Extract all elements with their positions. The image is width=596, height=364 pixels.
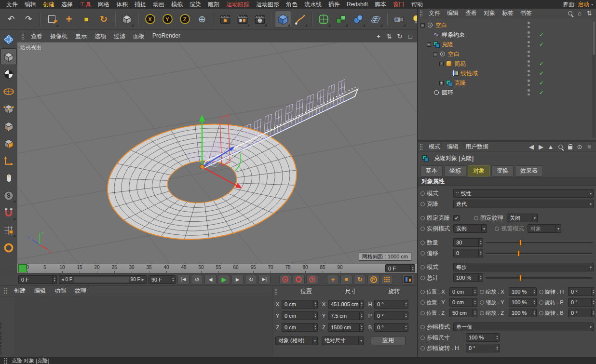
visibility-dots-icon[interactable]: [528, 31, 530, 38]
object-row[interactable]: -线性域✓: [418, 68, 596, 78]
rotate-button[interactable]: ↻: [95, 11, 112, 28]
spinner-arrows[interactable]: [313, 300, 317, 308]
keyframe-dot-icon[interactable]: [420, 311, 425, 315]
next-frame-button[interactable]: ▶: [231, 275, 244, 284]
menubar-item[interactable]: Redshift: [343, 0, 371, 9]
lock-button[interactable]: [567, 144, 573, 150]
redo-button[interactable]: ↷: [20, 11, 37, 28]
keyframe-dot-icon[interactable]: [480, 311, 484, 315]
toggle-view-button[interactable]: □: [406, 31, 415, 41]
enabled-check-icon[interactable]: ✓: [539, 41, 544, 48]
spinner-arrows[interactable]: [171, 276, 175, 283]
menubar-item[interactable]: 脚本: [371, 0, 390, 9]
value-field[interactable]: 100 %: [509, 309, 537, 317]
spinner-arrows[interactable]: [359, 324, 364, 331]
dropdown[interactable]: 关闭▾: [507, 214, 538, 222]
material-menu-item[interactable]: 纹理: [70, 287, 91, 295]
dropdown[interactable]: 对象▾: [528, 224, 561, 233]
current-frame-field[interactable]: 0 F: [18, 275, 57, 284]
value-field[interactable]: 0 °: [568, 298, 595, 307]
slider[interactable]: [486, 274, 593, 282]
dolly-view-button[interactable]: ⇅: [384, 31, 394, 41]
slider-knob[interactable]: [517, 250, 520, 256]
prev-frame-button[interactable]: ◀: [204, 275, 217, 284]
attribute-tab[interactable]: 效果器: [515, 165, 543, 176]
slider-knob[interactable]: [519, 240, 522, 246]
interface-selector[interactable]: 界面: 启动 ▾: [563, 0, 593, 9]
goto-start-button[interactable]: |◀: [177, 275, 190, 284]
snap-button[interactable]: S: [0, 187, 17, 204]
material-menu-item[interactable]: 编辑: [30, 287, 50, 295]
autokey-button[interactable]: [293, 275, 305, 284]
coords-value-field[interactable]: 0 cm: [282, 311, 318, 320]
menubar-item[interactable]: 窗口: [390, 0, 408, 9]
menubar-item[interactable]: 体积: [113, 0, 131, 9]
material-list-area[interactable]: [14, 297, 272, 357]
viewport-menu-item[interactable]: ProRender: [149, 32, 184, 40]
enabled-check-icon[interactable]: ✓: [539, 89, 544, 96]
move-button[interactable]: +: [61, 11, 77, 28]
range-end-label[interactable]: 90 F: [131, 277, 140, 282]
menubar-item[interactable]: 编辑: [21, 0, 40, 9]
polygons-mode-button[interactable]: [0, 135, 17, 152]
expand-toggle[interactable]: -: [439, 62, 444, 66]
value-field[interactable]: 30: [453, 238, 483, 247]
texture-mode-button[interactable]: [0, 66, 17, 82]
spinner-arrows[interactable]: [591, 309, 595, 317]
visibility-dots-icon[interactable]: [528, 89, 530, 95]
keyframe-dot-icon[interactable]: [420, 325, 425, 329]
spinner-arrows[interactable]: [591, 288, 595, 296]
spinner-arrows[interactable]: [404, 312, 408, 320]
object-manager-menu-item[interactable]: 查看: [462, 9, 480, 17]
dropdown[interactable]: 迭代▾: [453, 200, 594, 208]
array-button[interactable]: [333, 11, 349, 28]
magnet-button[interactable]: [0, 204, 17, 221]
lock-x-button[interactable]: X: [142, 11, 158, 28]
menubar-item[interactable]: 雕刻: [204, 0, 223, 9]
visibility-dots-icon[interactable]: [528, 70, 530, 76]
object-row[interactable]: -空白: [418, 20, 596, 30]
keyframe-dot-icon[interactable]: [539, 311, 543, 315]
coords-mode-dropdown[interactable]: 绝对尺寸▾: [322, 337, 364, 345]
workplane-lock-button[interactable]: [0, 222, 17, 239]
spinner-arrows[interactable]: [313, 312, 317, 320]
scale-button[interactable]: ■: [78, 11, 95, 28]
menubar-item[interactable]: 网格: [95, 0, 113, 9]
menubar-item[interactable]: 帮助: [408, 0, 426, 9]
render-picture-viewer-button[interactable]: [234, 11, 251, 28]
spinner-arrows[interactable]: [473, 298, 477, 306]
light-button[interactable]: [408, 11, 417, 28]
last-tool-button[interactable]: [119, 11, 135, 28]
coords-value-field[interactable]: 451.805 cm: [328, 300, 364, 309]
visibility-dots-icon[interactable]: [528, 80, 530, 86]
keyframe-dot-icon[interactable]: [420, 290, 425, 294]
value-field[interactable]: 0 cm: [449, 287, 477, 296]
dropdown[interactable]: ∷线性▾: [453, 189, 594, 198]
object-row[interactable]: -空白: [418, 49, 596, 59]
goto-end-button[interactable]: ▶|: [258, 275, 271, 284]
object-manager-menu-item[interactable]: 标签: [499, 9, 517, 17]
menubar-item[interactable]: 流水线: [301, 0, 325, 9]
spinner-arrows[interactable]: [532, 298, 536, 306]
points-mode-button[interactable]: [0, 100, 17, 117]
timeline-mode-button[interactable]: [402, 275, 414, 284]
interface-value[interactable]: 启动: [578, 0, 589, 9]
attribute-menu-item[interactable]: 模式: [425, 143, 444, 151]
enabled-check-icon[interactable]: ✓: [539, 80, 544, 86]
preview-range-slider[interactable]: ◀ 0 F 90 F ▶: [59, 275, 147, 284]
menubar-item[interactable]: 插件: [325, 0, 343, 9]
viewport-menu-item[interactable]: 面板: [129, 32, 149, 40]
up-button[interactable]: ▲: [547, 144, 554, 150]
attribute-tab[interactable]: 基本: [420, 165, 443, 176]
spinner-arrows[interactable]: [359, 300, 364, 308]
value-field[interactable]: 50 cm: [449, 309, 477, 317]
record-position-button[interactable]: +: [327, 275, 339, 284]
view-label[interactable]: 透视视图: [20, 44, 41, 51]
volume-builder-button[interactable]: [350, 11, 366, 28]
dropdown[interactable]: 每步▾: [453, 263, 594, 271]
visibility-dots-icon[interactable]: [528, 41, 530, 47]
material-menu-item[interactable]: 功能: [50, 287, 70, 295]
viewport-menu-item[interactable]: 显示: [71, 32, 91, 40]
value-field[interactable]: 0 °: [466, 344, 500, 352]
panel-grip-icon[interactable]: [4, 288, 8, 294]
